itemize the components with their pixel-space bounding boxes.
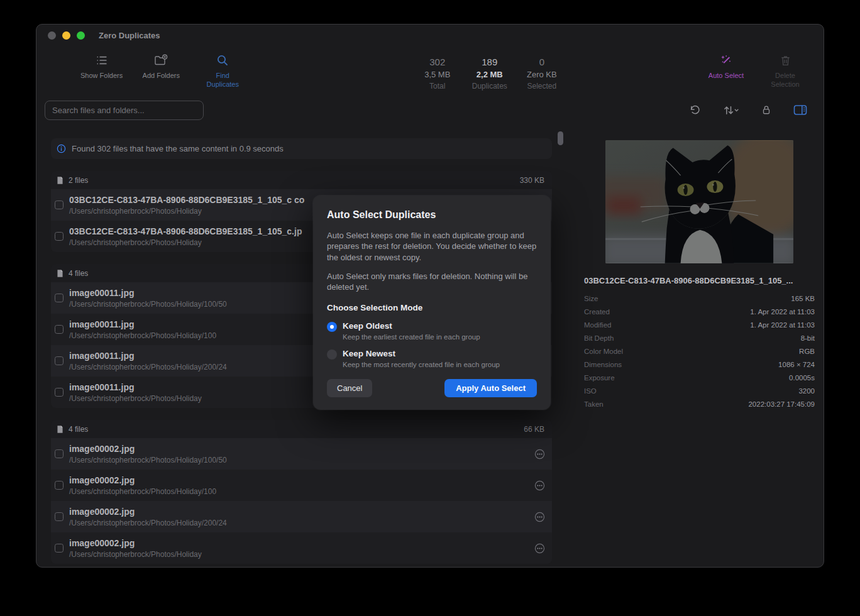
info-icon: [57, 144, 66, 153]
file-row[interactable]: image00002.jpg/Users/christopherbrock/Ph…: [51, 470, 552, 501]
sort-arrows-icon: [722, 104, 739, 116]
metadata-value: 3200: [798, 387, 815, 395]
lock-icon: [761, 104, 772, 116]
cancel-button[interactable]: Cancel: [327, 379, 372, 397]
scrollbar-thumb[interactable]: [558, 131, 563, 145]
file-checkbox[interactable]: [55, 512, 63, 521]
more-options-button[interactable]: [534, 480, 545, 491]
add-folders-button[interactable]: Add Folders: [141, 53, 180, 89]
metadata-row: Color ModelRGB: [584, 344, 815, 358]
more-options-icon: [534, 449, 545, 459]
close-button[interactable]: [48, 31, 56, 40]
metadata-label: Size: [584, 295, 598, 302]
preview-image: [605, 140, 793, 263]
metadata-row: Dimensions1086 × 724: [584, 358, 815, 371]
undo-button[interactable]: [689, 104, 701, 116]
sidebar-panel-icon: [793, 104, 807, 116]
zoom-button[interactable]: [77, 31, 85, 40]
file-checkbox[interactable]: [55, 232, 63, 241]
stat-label: Total: [429, 82, 445, 91]
metadata-label: Dimensions: [584, 361, 622, 368]
show-folders-button[interactable]: Show Folders: [80, 53, 123, 89]
app-window: Zero Duplicates Show Folders Add Folders: [36, 24, 824, 568]
file-checkbox[interactable]: [55, 388, 63, 397]
metadata-value: 2022:03:27 17:45:09: [748, 400, 815, 408]
inspector-panel: 03BC12CE-C813-47BA-8906-88D6CB9E3185_1_1…: [569, 129, 824, 567]
toggle-inspector-button[interactable]: [793, 104, 807, 116]
radio-button[interactable]: [327, 349, 337, 360]
file-checkbox[interactable]: [55, 481, 63, 490]
group-header: 2 files330 KB: [51, 171, 552, 189]
metadata-value: RGB: [799, 348, 815, 355]
file-path: /Users/christopherbrock/Photos/Holiday/1…: [69, 487, 529, 496]
file-checkbox[interactable]: [55, 201, 63, 209]
toolbar: Show Folders Add Folders Find Duplicates: [36, 46, 824, 91]
stat-value: 302: [429, 57, 445, 67]
option-text: Keep OldestKeep the earliest created fil…: [343, 321, 480, 341]
metadata-label: Created: [584, 308, 610, 316]
file-path: /Users/christopherbrock/Photos/Holiday/1…: [69, 456, 529, 465]
group-size: 66 KB: [524, 425, 544, 434]
auto-select-button[interactable]: Auto Select: [707, 53, 746, 89]
group-file-count: 4 files: [69, 425, 88, 434]
file-checkbox[interactable]: [55, 325, 63, 334]
metadata-row: ISO3200: [584, 384, 815, 397]
file-name: image00002.jpg: [69, 507, 529, 517]
search-icon: [216, 53, 229, 67]
dialog-title: Auto Select Duplicates: [327, 209, 537, 221]
file-path: /Users/christopherbrock/Photos/Holiday/2…: [69, 519, 529, 527]
stat-size: Zero KB: [527, 70, 557, 79]
more-options-button[interactable]: [534, 512, 545, 522]
more-options-icon: [534, 512, 545, 522]
file-info: image00002.jpg/Users/christopherbrock/Ph…: [69, 538, 529, 559]
stat-selected: 0Zero KBSelected: [525, 57, 559, 91]
file-checkbox[interactable]: [55, 449, 63, 458]
find-duplicates-button[interactable]: Find Duplicates: [199, 53, 246, 89]
trash-icon: [780, 53, 791, 67]
sort-button[interactable]: [722, 104, 739, 116]
option-description: Keep the most recently created file in e…: [343, 361, 500, 368]
titlebar: Zero Duplicates: [36, 25, 824, 46]
more-options-icon: [534, 480, 545, 491]
selection-mode-option[interactable]: Keep OldestKeep the earliest created fil…: [327, 321, 537, 341]
file-row[interactable]: image00002.jpg/Users/christopherbrock/Ph…: [51, 501, 552, 532]
file-row[interactable]: image00002.jpg/Users/christopherbrock/Ph…: [51, 438, 552, 470]
metadata-row: Taken2022:03:27 17:45:09: [584, 397, 815, 410]
stat-label: Selected: [527, 82, 556, 91]
more-options-button[interactable]: [534, 543, 545, 554]
scrollbar: [552, 129, 569, 567]
apply-auto-select-button[interactable]: Apply Auto Select: [444, 379, 537, 397]
file-checkbox[interactable]: [55, 544, 63, 553]
minimize-button[interactable]: [62, 31, 70, 40]
dialog-note: Auto Select only marks files for deletio…: [327, 271, 538, 293]
metadata-value: 165 KB: [791, 295, 815, 302]
file-checkbox[interactable]: [55, 294, 63, 302]
inspector-filename: 03BC12CE-C813-47BA-8906-88D6CB9E3185_1_1…: [584, 276, 815, 285]
search-row: [36, 91, 824, 121]
more-options-button[interactable]: [534, 449, 545, 459]
metadata-label: ISO: [584, 387, 597, 395]
search-input[interactable]: [45, 101, 204, 120]
selection-mode-option[interactable]: Keep NewestKeep the most recently create…: [327, 349, 537, 368]
dialog-description: Auto Select keeps one file in each dupli…: [327, 230, 538, 263]
list-icon: [96, 53, 108, 67]
selection-mode-heading: Choose Selection Mode: [327, 303, 537, 312]
lock-button[interactable]: [761, 104, 772, 116]
metadata-label: Color Model: [584, 348, 623, 355]
metadata-row: Bit Depth8-bit: [584, 331, 815, 344]
metadata-value: 1086 × 724: [778, 361, 815, 368]
stat-size: 2,2 MB: [477, 70, 503, 79]
metadata-label: Modified: [584, 321, 611, 329]
delete-selection-button[interactable]: Delete Selection: [762, 53, 808, 89]
undo-icon: [689, 104, 701, 116]
file-row[interactable]: image00002.jpg/Users/christopherbrock/Ph…: [51, 532, 552, 564]
metadata-row: Size165 KB: [584, 292, 815, 305]
option-label: Keep Oldest: [343, 321, 480, 331]
group-size: 330 KB: [520, 176, 544, 185]
radio-button[interactable]: [327, 322, 337, 332]
option-label: Keep Newest: [343, 349, 500, 358]
file-checkbox[interactable]: [55, 356, 63, 365]
auto-select-dialog: Auto Select Duplicates Auto Select keeps…: [313, 195, 551, 410]
group-header: 4 files66 KB: [51, 420, 552, 438]
metadata-label: Exposure: [584, 374, 615, 382]
